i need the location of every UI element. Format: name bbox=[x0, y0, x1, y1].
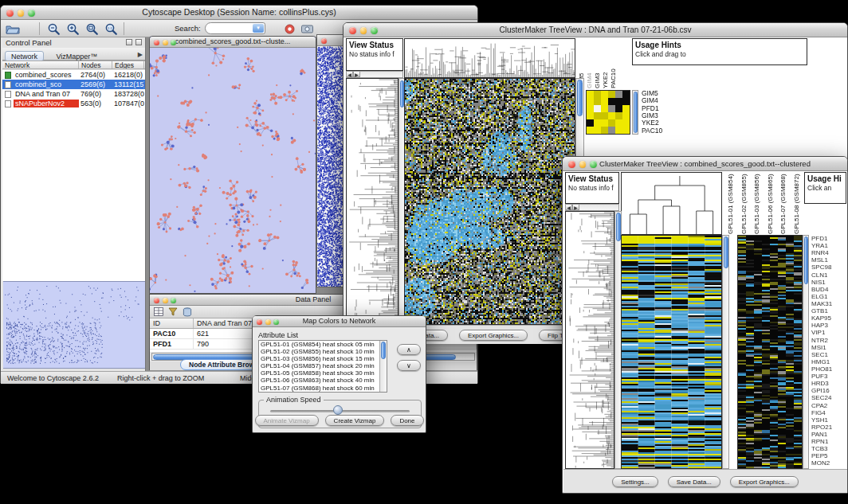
column-header-id[interactable]: ID bbox=[150, 318, 194, 328]
network-view-window[interactable]: combined_scores_good.txt--cluste... bbox=[149, 36, 316, 294]
zoom-heatmap-panel[interactable] bbox=[586, 90, 630, 135]
minimize-icon[interactable] bbox=[265, 319, 271, 325]
vscrollbar-thumb[interactable] bbox=[634, 92, 638, 133]
secondary-heatmap-panel[interactable] bbox=[737, 235, 803, 469]
column-dendrogram-canvas[interactable] bbox=[622, 173, 721, 234]
gene-label[interactable]: HAP3 bbox=[811, 322, 847, 329]
minimize-icon[interactable] bbox=[360, 27, 367, 34]
float-panel-icon[interactable] bbox=[126, 39, 132, 45]
gene-label[interactable]: PAN1 bbox=[811, 431, 847, 438]
zoom-window-icon[interactable] bbox=[171, 298, 176, 303]
open-session-icon[interactable] bbox=[5, 21, 21, 36]
gene-label[interactable]: PFD1 bbox=[811, 235, 847, 242]
close-panel-icon[interactable] bbox=[135, 39, 142, 45]
minimize-icon[interactable] bbox=[18, 10, 25, 17]
gene-label[interactable]: RPN1 bbox=[811, 438, 847, 445]
scroll-right-icon[interactable]: ▶ bbox=[572, 204, 579, 210]
gene-label[interactable]: KAP95 bbox=[811, 315, 847, 322]
column-label[interactable]: GPL51-08 (GSM872) bbox=[793, 173, 800, 234]
gene-label[interactable]: MSI1 bbox=[811, 344, 847, 351]
matrix-icon[interactable] bbox=[181, 306, 194, 318]
search-dropdown-icon[interactable]: ▼ bbox=[253, 24, 264, 33]
gene-label[interactable]: PEP5 bbox=[811, 452, 847, 459]
zoom-fit-icon[interactable] bbox=[84, 21, 100, 36]
column-label[interactable]: GPL51-01 (GSM854) bbox=[727, 173, 734, 234]
zoom-window-icon[interactable] bbox=[28, 10, 35, 17]
zoom-selected-icon[interactable]: 1:1 bbox=[103, 21, 119, 36]
gene-label[interactable]: SPC98 bbox=[811, 264, 847, 271]
column-label[interactable]: YKE2 bbox=[602, 39, 609, 88]
gene-label[interactable]: CPA2 bbox=[811, 402, 847, 409]
dialog-titlebar[interactable]: Map Colors to Network bbox=[253, 316, 426, 327]
heatmap-canvas[interactable] bbox=[405, 79, 575, 324]
network-list-row[interactable]: combined_sco2569(6)13112(15) bbox=[2, 80, 145, 89]
network-view-titlebar[interactable]: combined_scores_good.txt--cluste... bbox=[150, 37, 316, 48]
column-dendrogram-panel[interactable] bbox=[404, 38, 575, 78]
gene-label[interactable]: BUD4 bbox=[811, 286, 847, 293]
vscrollbar-thumb[interactable] bbox=[577, 80, 583, 116]
scroll-left-icon[interactable]: ◀ bbox=[346, 71, 353, 77]
zoom-in-icon[interactable] bbox=[65, 21, 80, 36]
tab-overflow-icon[interactable]: ▶ bbox=[138, 51, 143, 58]
gene-label[interactable]: HRD3 bbox=[811, 380, 847, 387]
scroll-right-icon[interactable]: ▶ bbox=[353, 71, 360, 77]
heatmap-canvas[interactable] bbox=[622, 236, 721, 468]
column-label[interactable]: GIM3 bbox=[594, 39, 601, 88]
minimize-icon[interactable] bbox=[163, 298, 168, 303]
create-vizmap-button[interactable]: Create Vizmap bbox=[325, 415, 385, 426]
gene-label[interactable]: VIP1 bbox=[811, 329, 847, 336]
zoom-window-icon[interactable] bbox=[371, 27, 378, 34]
gene-label[interactable]: YSH1 bbox=[811, 416, 847, 424]
attribute-list-item[interactable]: GPL51-01 (GSM854) heat shock 05 min bbox=[259, 341, 379, 348]
heatmap-panel[interactable] bbox=[404, 78, 575, 325]
treeview2-window[interactable]: ClusterMaker TreeView : combined_scores_… bbox=[562, 156, 848, 494]
close-icon[interactable] bbox=[321, 38, 327, 44]
column-label[interactable]: GPL51-02 (GSM855) bbox=[740, 173, 748, 234]
close-icon[interactable] bbox=[349, 27, 356, 34]
attribute-list-item[interactable]: GPL51-05 (GSM858) heat shock 30 min bbox=[259, 369, 379, 377]
column-dendrogram-canvas[interactable] bbox=[405, 39, 575, 77]
vscrollbar-thumb[interactable] bbox=[804, 236, 809, 284]
gene-label[interactable]: PHO81 bbox=[811, 365, 847, 373]
gene-label[interactable]: PAC10 bbox=[642, 127, 681, 135]
move-up-button[interactable]: ∧ bbox=[397, 344, 421, 355]
column-label[interactable]: GPL51-07 (GSM868) bbox=[779, 173, 787, 234]
create-attribute-icon[interactable] bbox=[167, 306, 179, 318]
secondary-vscrollbar[interactable] bbox=[803, 235, 809, 469]
vscrollbar-thumb[interactable] bbox=[724, 236, 729, 268]
column-header-network[interactable]: Network bbox=[2, 61, 79, 68]
annotation-icon[interactable] bbox=[281, 21, 297, 36]
network-overview-canvas[interactable] bbox=[3, 282, 143, 368]
minimize-icon[interactable] bbox=[579, 161, 587, 168]
attribute-list-item[interactable]: GPL51-07 (GSM868) heat shock 60 min bbox=[259, 385, 379, 392]
row-dendrogram-canvas[interactable] bbox=[566, 212, 614, 468]
settings-button[interactable]: Settings... bbox=[612, 476, 658, 487]
column-header-edges[interactable]: Edges bbox=[112, 61, 144, 68]
speed-slider-thumb[interactable] bbox=[333, 405, 343, 415]
column-label[interactable]: GPL51-03 (GSM856) bbox=[753, 173, 760, 234]
vscrollbar-thumb[interactable] bbox=[381, 342, 387, 359]
minimize-icon[interactable] bbox=[163, 40, 168, 45]
treeview2-titlebar[interactable]: ClusterMaker TreeView : combined_scores_… bbox=[563, 157, 847, 171]
dendrogram-hscrollbar[interactable]: ◀ ▶ bbox=[346, 71, 403, 78]
treeview1-titlebar[interactable]: ClusterMaker TreeView : DNA and Tran 07-… bbox=[344, 23, 847, 37]
save-data-button[interactable]: Save Data... bbox=[668, 476, 720, 487]
column-header-nodes[interactable]: Nodes bbox=[79, 61, 112, 68]
gene-label[interactable]: GPI16 bbox=[811, 387, 847, 394]
gene-label[interactable]: ELG1 bbox=[811, 293, 847, 300]
column-label[interactable]: GIM4 bbox=[586, 39, 593, 88]
gene-label[interactable]: PUF3 bbox=[811, 373, 847, 380]
select-attributes-icon[interactable] bbox=[152, 306, 165, 318]
gene-label[interactable]: RNR4 bbox=[811, 249, 847, 256]
gene-label[interactable]: MAK31 bbox=[811, 300, 847, 307]
gene-label[interactable]: FIG4 bbox=[811, 409, 847, 416]
gene-label[interactable]: SEC24 bbox=[811, 394, 847, 401]
export-graphics-button[interactable]: Export Graphics... bbox=[459, 330, 528, 341]
zoom-heatmap-canvas[interactable] bbox=[587, 91, 630, 134]
zoom-window-icon[interactable] bbox=[171, 40, 176, 45]
gene-label[interactable]: HMG1 bbox=[811, 358, 847, 365]
row-dendrogram-panel[interactable] bbox=[565, 211, 614, 469]
column-dendrogram-panel[interactable] bbox=[621, 172, 722, 235]
attribute-list[interactable]: GPL51-01 (GSM854) heat shock 05 minGPL51… bbox=[258, 340, 387, 393]
network-list-row[interactable]: sNAPuberNov2563(0)107847(0) bbox=[2, 99, 145, 108]
